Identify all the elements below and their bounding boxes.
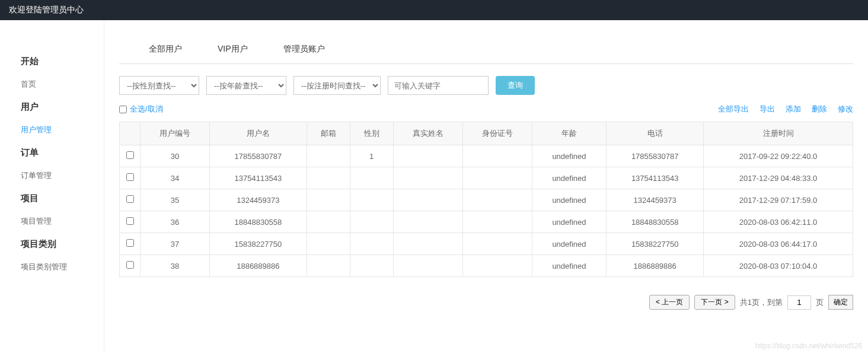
filter-age-select[interactable]: --按年龄查找-- <box>206 76 286 95</box>
sidebar-item[interactable]: 订单管理 <box>0 164 104 187</box>
sidebar-item[interactable]: 项目类别管理 <box>0 256 104 278</box>
table-row: 3413754113543undefined137541135432017-12… <box>120 167 853 189</box>
header-title: 欢迎登陆管理员中心 <box>9 5 84 14</box>
action-link[interactable]: 修改 <box>838 104 853 115</box>
table-cell: undefined <box>532 211 607 233</box>
row-checkbox[interactable] <box>126 217 134 225</box>
tab[interactable]: 管理员账户 <box>260 44 337 55</box>
table-row: 3715838227750undefined158382277502020-08… <box>120 233 853 255</box>
filter-keyword-input[interactable] <box>388 76 489 95</box>
action-link[interactable]: 全部导出 <box>718 104 749 115</box>
table-header-cell: 年龄 <box>532 122 607 145</box>
table-cell: 2020-08-03 07:10:04.0 <box>704 255 853 277</box>
table-cell: 15838227750 <box>607 233 704 255</box>
sidebar-item[interactable]: 首页 <box>0 73 104 96</box>
sidebar-section-title: 用户 <box>0 96 104 119</box>
table-cell: 1886889886 <box>210 255 307 277</box>
table-cell: 13754113543 <box>210 167 307 189</box>
row-checkbox[interactable] <box>126 239 134 247</box>
table-cell: 35 <box>141 189 210 211</box>
table-row: 3618848830558undefined188488305582020-08… <box>120 211 853 233</box>
table-cell <box>393 255 462 277</box>
table-cell <box>350 167 393 189</box>
table-cell: 1886889886 <box>607 255 704 277</box>
pagination: < 上一页 下一页 > 共1页，到第 页 确定 <box>119 295 853 310</box>
table-cell: 18848830558 <box>607 211 704 233</box>
action-link[interactable]: 添加 <box>786 104 801 115</box>
action-link[interactable]: 导出 <box>760 104 775 115</box>
table-cell <box>462 189 532 211</box>
table-cell <box>307 211 350 233</box>
table-cell <box>462 167 532 189</box>
table-header-cell <box>120 122 141 145</box>
row-checkbox[interactable] <box>126 151 134 159</box>
sidebar-section-title: 项目 <box>0 187 104 210</box>
table-cell: 2017-12-29 07:17:59.0 <box>704 189 853 211</box>
table-cell: 38 <box>141 255 210 277</box>
pagination-total-text: 共1页，到第 <box>740 297 783 308</box>
filter-regtime-select[interactable]: --按注册时间查找-- <box>293 76 381 95</box>
table-header-cell: 电话 <box>607 122 704 145</box>
watermark: https://blog.csdn.net/whirlwind526 <box>755 342 862 350</box>
sidebar-item[interactable]: 用户管理 <box>0 119 104 141</box>
table-cell <box>462 211 532 233</box>
table-cell <box>393 233 462 255</box>
table-cell: 18848830558 <box>210 211 307 233</box>
table-cell: 2017-09-22 09:22:40.0 <box>704 145 853 167</box>
table-cell: 17855830787 <box>607 145 704 167</box>
table-row: 30178558307871undefined178558307872017-0… <box>120 145 853 167</box>
sidebar-section-title: 开始 <box>0 50 104 73</box>
table-cell <box>393 145 462 167</box>
table-header-cell: 性别 <box>350 122 393 145</box>
sidebar-section-title: 项目类别 <box>0 233 104 256</box>
table-cell: 37 <box>141 233 210 255</box>
table-cell <box>462 145 532 167</box>
table-cell: 36 <box>141 211 210 233</box>
table-cell <box>393 189 462 211</box>
row-checkbox[interactable] <box>126 261 134 269</box>
row-checkbox[interactable] <box>126 173 134 181</box>
table-header-cell: 用户编号 <box>141 122 210 145</box>
table-cell: undefined <box>532 145 607 167</box>
select-all-link[interactable]: 全选/取消 <box>130 104 163 115</box>
table-cell: 2017-12-29 04:48:33.0 <box>704 167 853 189</box>
table-cell <box>393 167 462 189</box>
table-cell: 17855830787 <box>210 145 307 167</box>
table-cell: 2020-08-03 06:44:17.0 <box>704 233 853 255</box>
table-cell <box>462 255 532 277</box>
sidebar-section-title: 订单 <box>0 141 104 164</box>
pagination-page-suffix: 页 <box>816 297 824 308</box>
table-cell <box>307 255 350 277</box>
table-cell <box>350 233 393 255</box>
table-cell: 34 <box>141 167 210 189</box>
page-number-input[interactable] <box>787 295 811 310</box>
tab[interactable]: VIP用户 <box>194 44 260 55</box>
sidebar-item[interactable]: 项目管理 <box>0 210 104 233</box>
table-cell: undefined <box>532 189 607 211</box>
filter-row: --按性别查找-- --按年龄查找-- --按注册时间查找-- 查询 <box>119 76 853 95</box>
next-page-button[interactable]: 下一页 > <box>694 295 735 310</box>
search-button[interactable]: 查询 <box>496 76 535 95</box>
table-cell <box>307 167 350 189</box>
select-all-checkbox[interactable] <box>119 106 127 113</box>
main-content: 全部用户VIP用户管理员账户 --按性别查找-- --按年龄查找-- --按注册… <box>104 20 868 352</box>
header-bar: 欢迎登陆管理员中心 <box>0 0 868 20</box>
page-confirm-button[interactable]: 确定 <box>828 295 853 310</box>
table-cell: undefined <box>532 233 607 255</box>
table-cell <box>307 145 350 167</box>
filter-gender-select[interactable]: --按性别查找-- <box>119 76 199 95</box>
table-header-cell: 真实姓名 <box>393 122 462 145</box>
table-cell: 13754113543 <box>607 167 704 189</box>
table-cell: 1324459373 <box>607 189 704 211</box>
table-cell <box>350 255 393 277</box>
table-header-cell: 用户名 <box>210 122 307 145</box>
prev-page-button[interactable]: < 上一页 <box>649 295 690 310</box>
table-cell <box>307 233 350 255</box>
table-header-cell: 身份证号 <box>462 122 532 145</box>
table-cell <box>350 189 393 211</box>
data-table: 用户编号用户名邮箱性别真实姓名身份证号年龄电话注册时间 301785583078… <box>119 122 853 277</box>
action-link[interactable]: 删除 <box>812 104 827 115</box>
tab[interactable]: 全部用户 <box>119 44 194 55</box>
table-header-cell: 邮箱 <box>307 122 350 145</box>
row-checkbox[interactable] <box>126 195 134 203</box>
